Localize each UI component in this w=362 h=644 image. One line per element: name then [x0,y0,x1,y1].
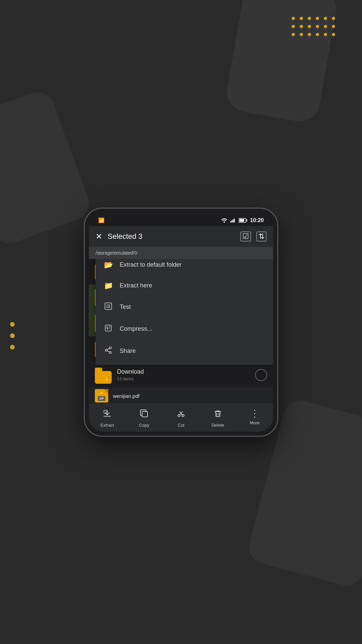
svg-rect-4 [234,218,235,222]
file-info: wenijian.pdf [113,393,267,399]
page-title: Selected 3 [108,232,235,241]
battery-icon [239,218,247,223]
select-all-button[interactable]: ☑ [240,231,251,241]
phone-screen: 📶 10:2 [89,213,273,432]
delete-label: Delete [212,423,224,428]
svg-rect-3 [233,219,234,222]
copy-icon [139,409,149,421]
context-menu: ≡ ZIP Movies 13 items [96,259,273,365]
status-right-icons: 10:20 [221,217,264,223]
copy-label: Copy [139,423,149,428]
bg-shape-left [0,88,94,248]
folder-icon [95,366,112,384]
menu-item-compress[interactable]: Compress... [96,318,273,340]
decorative-dots [292,17,335,36]
bottom-toolbar: Extract Copy [89,404,273,432]
menu-item-extract-here[interactable]: 📁 Extract here [96,275,273,296]
copy-button[interactable]: Copy [126,404,163,432]
extract-icon [103,409,112,421]
menu-item-label: Share [120,347,136,355]
close-button[interactable]: ✕ [96,232,102,241]
svg-point-0 [224,221,225,223]
extract-button[interactable]: Extract [89,404,126,432]
wifi-icon [221,218,227,223]
svg-rect-9 [105,325,111,331]
svg-point-13 [105,349,107,351]
svg-rect-6 [239,219,244,222]
svg-line-15 [107,351,110,352]
file-list: AI 13 items 2022-10-23 14:26:54 ≡ ZIP An… [89,259,273,388]
menu-item-label: Extract here [120,282,152,289]
notch [158,213,204,222]
breadcrumb-path: /storage/emulated/0 [96,250,137,256]
compress-icon [104,324,113,334]
menu-item-test[interactable]: Test [96,296,273,318]
file-meta: 13 items [117,376,250,381]
svg-point-14 [109,352,111,354]
status-left-icons: 📶 [98,217,105,223]
menu-item-label: Compress... [120,325,152,332]
menu-item-extract-default[interactable]: 📂 Extract to default folder [96,259,273,275]
more-label: More [250,420,260,425]
breadcrumb: /storage/emulated/0 [89,247,273,259]
cut-button[interactable]: Cut [163,404,199,432]
svg-rect-2 [232,220,233,222]
delete-button[interactable]: Delete [199,404,236,432]
status-time: 10:20 [250,217,264,223]
test-icon [104,302,113,312]
partial-file-item: ≡ ZIP wenijian.pdf [89,388,273,404]
signal-icon [230,218,236,223]
svg-line-16 [107,348,110,350]
header-action-icons: ☑ ⇅ [240,231,266,241]
cut-label: Cut [178,423,184,428]
sort-button[interactable]: ⇅ [256,231,266,241]
menu-item-label: Test [120,304,131,311]
wifi-icon: 📶 [98,217,105,223]
extract-label: Extract [101,423,114,428]
menu-item-share[interactable]: Share [96,340,273,362]
zip-icon: ≡ ZIP [95,389,108,402]
list-item[interactable]: Download 13 items [89,362,273,388]
svg-point-12 [109,347,111,349]
more-button[interactable]: ⋮ More [236,404,273,432]
bg-dots-left [10,322,15,350]
file-name: Download [117,368,250,375]
file-name: wenijian.pdf [113,393,267,399]
status-bar: 📶 10:2 [89,213,273,226]
file-info: Download 13 items [117,368,250,381]
svg-rect-18 [142,412,147,417]
app-header: ✕ Selected 3 ☑ ⇅ [89,226,273,247]
select-checkbox[interactable] [255,369,267,381]
share-icon [104,346,113,356]
svg-rect-1 [230,221,231,222]
menu-item-label: Extract to default folder [120,261,182,268]
extract-default-icon: 📂 [104,261,113,269]
cut-icon [176,409,186,421]
delete-icon [213,409,223,421]
more-icon: ⋮ [250,409,259,418]
svg-rect-7 [246,219,247,221]
extract-here-icon: 📁 [104,281,113,290]
phone-frame: 📶 10:2 [84,208,278,437]
